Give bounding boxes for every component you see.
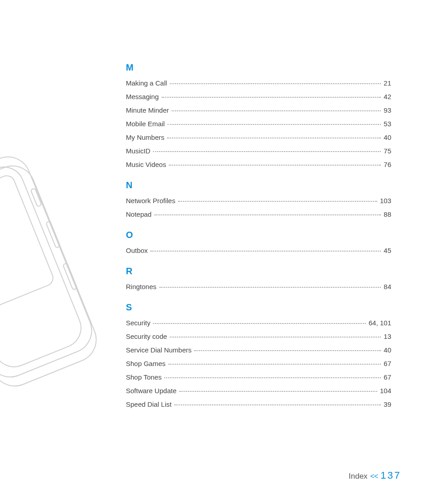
index-entry-page: 84 xyxy=(384,283,391,290)
index-entry-page: 45 xyxy=(384,247,391,254)
index-entry-label: Making a Call xyxy=(126,79,167,87)
index-entry: Network Profiles103 xyxy=(126,197,391,204)
index-entry: Messaging42 xyxy=(126,93,391,100)
index-entry-page: 13 xyxy=(384,333,391,340)
page-footer: Index << 137 xyxy=(349,470,401,481)
dot-leader xyxy=(169,165,381,166)
svg-rect-5 xyxy=(46,221,60,248)
index-entry: Mobile Email53 xyxy=(126,120,391,128)
index-entry: Service Dial Numbers40 xyxy=(126,346,391,354)
dot-leader xyxy=(170,337,381,338)
dot-leader xyxy=(174,404,381,405)
index-entry: Minute Minder93 xyxy=(126,106,391,114)
index-entry-label: Software Update xyxy=(126,387,177,395)
index-entry-label: MusicID xyxy=(126,147,150,155)
svg-rect-3 xyxy=(0,159,103,393)
dot-leader xyxy=(194,350,381,351)
dot-leader xyxy=(162,97,381,98)
index-entry-page: 93 xyxy=(384,106,391,114)
index-entry-page: 64, 101 xyxy=(369,319,391,327)
dot-leader xyxy=(150,251,381,252)
index-entry-label: Speed Dial List xyxy=(126,400,172,408)
index-entry: Shop Games67 xyxy=(126,360,391,367)
index-entry-label: Network Profiles xyxy=(126,197,175,204)
index-entry: Security64, 101 xyxy=(126,319,391,327)
section-heading-n: N xyxy=(126,180,391,190)
section-heading-r: R xyxy=(126,266,391,276)
index-entry-label: Ringtones xyxy=(126,283,157,290)
section-heading-s: S xyxy=(126,302,391,313)
svg-rect-2 xyxy=(0,173,55,310)
index-entry-page: 88 xyxy=(384,210,391,218)
index-entry: Outbox45 xyxy=(126,247,391,254)
svg-rect-1 xyxy=(0,161,87,373)
index-entry: Software Update104 xyxy=(126,387,391,395)
index-entry-page: 67 xyxy=(384,373,391,381)
dot-leader xyxy=(179,391,377,392)
index-entry-page: 21 xyxy=(384,79,391,87)
svg-rect-4 xyxy=(31,188,42,207)
index-entry-label: Messaging xyxy=(126,93,159,100)
index-entry-label: Mobile Email xyxy=(126,120,165,128)
index-entry: Making a Call21 xyxy=(126,79,391,87)
index-entry-label: Music Videos xyxy=(126,161,166,168)
index-entry-page: 75 xyxy=(384,147,391,155)
dot-leader xyxy=(164,377,381,378)
index-content: MMaking a Call21Messaging42Minute Minder… xyxy=(126,62,391,414)
index-entry-label: Shop Tones xyxy=(126,373,162,381)
dot-leader xyxy=(170,83,381,84)
dot-leader xyxy=(159,287,381,288)
index-entry: MusicID75 xyxy=(126,147,391,155)
dot-leader xyxy=(172,110,381,111)
index-entry-label: Security xyxy=(126,319,150,327)
dot-leader xyxy=(178,201,377,202)
index-entry: Speed Dial List39 xyxy=(126,400,391,408)
footer-arrows-icon: << xyxy=(370,472,378,480)
index-entry: My Numbers40 xyxy=(126,133,391,141)
index-entry-page: 39 xyxy=(384,400,391,408)
footer-section-label: Index xyxy=(349,472,368,481)
index-entry-label: Outbox xyxy=(126,247,148,254)
index-entry: Security code13 xyxy=(126,333,391,340)
index-entry-label: Notepad xyxy=(126,210,152,218)
index-entry-page: 42 xyxy=(384,93,391,100)
index-entry-page: 40 xyxy=(384,346,391,354)
index-entry-page: 76 xyxy=(384,161,391,168)
index-entry: Notepad88 xyxy=(126,210,391,218)
dot-leader xyxy=(168,124,381,125)
section-heading-m: M xyxy=(126,62,391,73)
index-entry-page: 67 xyxy=(384,360,391,367)
index-entry-label: Shop Games xyxy=(126,360,166,367)
dot-leader xyxy=(153,323,366,324)
section-heading-o: O xyxy=(126,230,391,240)
index-entry-label: Service Dial Numbers xyxy=(126,346,192,354)
index-entry: Music Videos76 xyxy=(126,161,391,168)
index-entry: Ringtones84 xyxy=(126,283,391,290)
index-entry-label: Security code xyxy=(126,333,167,340)
index-entry-label: My Numbers xyxy=(126,133,164,141)
dot-leader xyxy=(153,151,381,152)
svg-rect-6 xyxy=(63,263,77,290)
dot-leader xyxy=(167,138,381,138)
index-entry-label: Minute Minder xyxy=(126,106,169,114)
dot-leader xyxy=(168,364,381,365)
phone-outline-illustration xyxy=(0,149,127,403)
dot-leader xyxy=(154,214,381,215)
index-entry-page: 40 xyxy=(384,133,391,141)
index-entry-page: 104 xyxy=(380,387,391,395)
index-entry: Shop Tones67 xyxy=(126,373,391,381)
svg-rect-0 xyxy=(0,150,98,384)
index-entry-page: 103 xyxy=(380,197,391,204)
footer-page-number: 137 xyxy=(380,470,401,481)
index-entry-page: 53 xyxy=(384,120,391,128)
